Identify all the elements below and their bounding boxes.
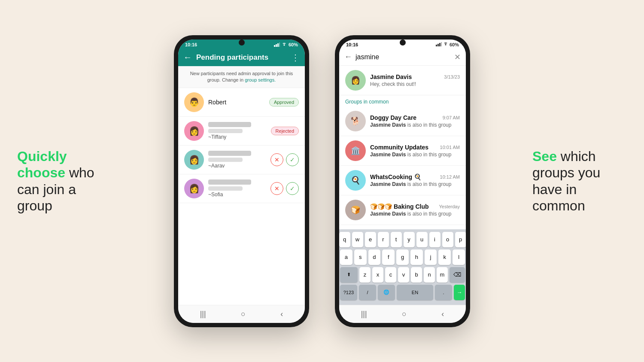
name-blurred <box>208 179 251 185</box>
key-a[interactable]: a <box>340 249 352 265</box>
group-msg: Jasmine Davis is also in this group <box>370 152 460 158</box>
key-s[interactable]: s <box>354 249 367 265</box>
participant-item: 👩 ~Tiffany Rejected <box>178 117 305 146</box>
key-v[interactable]: v <box>398 267 409 283</box>
chat-info: 🍞🍞🍞 Baking Club Yesterday Jasmine Davis … <box>370 203 460 217</box>
key-x[interactable]: x <box>372 267 383 283</box>
svg-rect-6 <box>439 43 440 46</box>
chat-info: Doggy Day Care 9:07 AM Jasmine Davis is … <box>370 114 460 128</box>
chat-list: 👩 Jasmine Davis 3/13/23 Hey, check this … <box>339 66 466 229</box>
participant-item: 👨 Robert Approved <box>178 88 305 117</box>
avatar: 👩 <box>184 179 204 198</box>
key-num[interactable]: ?123 <box>340 285 357 300</box>
key-h[interactable]: h <box>410 249 423 265</box>
action-buttons: ✕ ✓ <box>270 182 299 195</box>
name-blurred <box>208 151 251 156</box>
key-u[interactable]: u <box>416 232 428 247</box>
key-slash[interactable]: / <box>359 285 376 300</box>
participant-info: Robert <box>208 99 265 106</box>
key-m[interactable]: m <box>437 267 448 283</box>
keyboard-row2: a s d f g h j k l <box>340 249 465 265</box>
key-f[interactable]: f <box>382 249 395 265</box>
phone2-battery: 60% <box>450 42 459 47</box>
key-z[interactable]: z <box>359 267 371 283</box>
chat-info: Community Updates 10:01 AM Jasmine Davis… <box>370 144 460 158</box>
phones-container: 10:16 60% ← Pending participants ⋮ New p… <box>174 35 470 327</box>
avatar: 👨 <box>184 92 204 112</box>
key-w[interactable]: w <box>352 232 363 247</box>
key-j[interactable]: j <box>425 249 437 265</box>
group-name: 🍞🍞🍞 Baking Club <box>370 203 429 210</box>
key-space[interactable]: EN <box>397 285 433 300</box>
chat-name-row: WhatsCooking 🍳 10:12 AM <box>370 173 460 180</box>
reject-button[interactable]: ✕ <box>270 153 283 166</box>
group-time: 10:01 AM <box>440 145 460 150</box>
key-k[interactable]: k <box>438 249 451 265</box>
phone1-inner: 10:16 60% ← Pending participants ⋮ New p… <box>178 40 305 323</box>
approved-badge: Approved <box>269 98 299 106</box>
info-text: New participants need admin approval to … <box>178 66 305 88</box>
group-msg: Jasmine Davis is also in this group <box>370 211 460 217</box>
key-globe[interactable]: 🌐 <box>378 285 395 300</box>
keyboard-row3: ⬆ z x c v b n m ⌫ <box>340 267 465 283</box>
participant-list: 👨 Robert Approved 👩 ~Tiffany <box>178 88 305 304</box>
key-y[interactable]: y <box>404 232 415 247</box>
phone-blurred <box>208 158 243 162</box>
key-n[interactable]: n <box>424 267 435 283</box>
chat-item-jasmine[interactable]: 👩 Jasmine Davis 3/13/23 Hey, check this … <box>339 66 466 95</box>
participant-name: Robert <box>208 99 265 106</box>
key-g[interactable]: g <box>396 249 409 265</box>
chat-item-whatscooking[interactable]: 🍳 WhatsCooking 🍳 10:12 AM Jasmine Davis … <box>339 166 466 195</box>
chat-name: Jasmine Davis <box>370 73 412 80</box>
back-button[interactable]: ← <box>183 52 192 62</box>
key-r[interactable]: r <box>378 232 389 247</box>
wifi-icon <box>443 42 448 46</box>
chat-name-row: Doggy Day Care 9:07 AM <box>370 114 460 121</box>
phone1-title: Pending participants <box>196 53 287 62</box>
menu-button[interactable]: ⋮ <box>291 52 300 63</box>
search-bar: ← ✕ <box>339 49 466 66</box>
key-t[interactable]: t <box>391 232 402 247</box>
approve-button[interactable]: ✓ <box>286 182 299 195</box>
phone2-status-icons: 60% <box>436 42 459 47</box>
phone2-frame: 10:16 60% ← ✕ 👩 <box>335 35 470 327</box>
svg-rect-3 <box>279 43 280 47</box>
name-blurred <box>208 122 251 127</box>
phone1-topbar: ← Pending participants ⋮ <box>178 49 305 66</box>
keyboard-row4: ?123 / 🌐 EN . → <box>340 285 465 300</box>
phone1-status-icons: 60% <box>274 42 298 47</box>
left-tagline: Quickly choose who can join a group <box>17 148 112 214</box>
key-i[interactable]: i <box>429 232 440 247</box>
search-input[interactable] <box>355 53 451 61</box>
search-back-button[interactable]: ← <box>344 52 352 61</box>
section-header: Groups in common <box>339 95 466 106</box>
nav-back-icon: ‹ <box>441 310 444 319</box>
key-q[interactable]: q <box>339 232 350 247</box>
group-settings-link[interactable]: group settings. <box>245 77 276 82</box>
key-backspace[interactable]: ⌫ <box>450 267 465 283</box>
chat-item-pickup[interactable]: 🌳 Pickup in the park 3/11/23 <box>339 225 466 229</box>
approve-button[interactable]: ✓ <box>286 153 299 166</box>
page-container: Quickly choose who can join a group 10:1… <box>0 0 644 362</box>
key-o[interactable]: o <box>442 232 453 247</box>
phone2-time: 10:16 <box>346 42 358 47</box>
signal-icon <box>274 43 280 47</box>
chat-item-doggy[interactable]: 🐕 Doggy Day Care 9:07 AM Jasmine Davis i… <box>339 106 466 136</box>
group-time: Yesterday <box>439 204 460 209</box>
key-send[interactable]: → <box>454 285 465 300</box>
chat-item-baking[interactable]: 🍞 🍞🍞🍞 Baking Club Yesterday Jasmine Davi… <box>339 195 466 225</box>
reject-button[interactable]: ✕ <box>270 182 283 195</box>
key-c[interactable]: c <box>385 267 396 283</box>
key-b[interactable]: b <box>411 267 422 283</box>
chat-item-community[interactable]: 🏛️ Community Updates 10:01 AM Jasmine Da… <box>339 136 466 166</box>
key-d[interactable]: d <box>368 249 381 265</box>
key-p[interactable]: p <box>455 232 466 247</box>
key-period[interactable]: . <box>435 285 452 300</box>
key-shift[interactable]: ⬆ <box>340 267 358 283</box>
chat-name-row: 🍞🍞🍞 Baking Club Yesterday <box>370 203 460 210</box>
phone2-bottom-nav: ||| ○ ‹ <box>339 305 466 323</box>
clear-search-button[interactable]: ✕ <box>454 52 461 62</box>
key-e[interactable]: e <box>365 232 376 247</box>
key-l[interactable]: l <box>453 249 465 265</box>
participant-info: ~Tiffany <box>208 122 267 140</box>
